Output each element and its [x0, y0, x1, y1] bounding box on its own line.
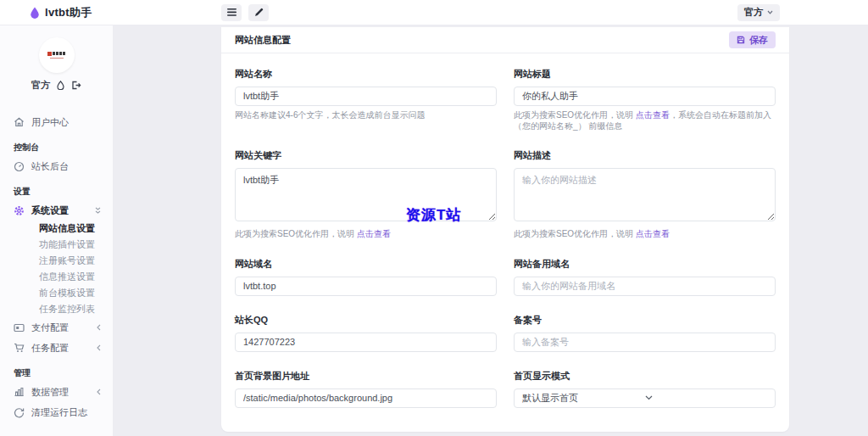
submenu-item-task-monitor[interactable]: 任务监控列表 — [0, 301, 113, 317]
chevron-down-icon — [645, 395, 768, 400]
site-name-input[interactable] — [235, 87, 497, 106]
sidebar-item-label: 清理运行日志 — [31, 406, 101, 419]
submenu-item-register[interactable]: 注册账号设置 — [0, 253, 113, 269]
sidebar-item-task-config[interactable]: 任务配置 — [0, 338, 113, 358]
card-title: 网站信息配置 — [235, 34, 291, 47]
hint-view-link[interactable]: 点击查看 — [636, 110, 670, 120]
field-site-keywords: 网站关键字 lvtbt助手 此项为搜索SEO优化作用，说明 点击查看 — [235, 149, 497, 240]
sidebar-item-label: 数据管理 — [31, 386, 90, 399]
double-chevron-down-icon — [95, 207, 101, 215]
field-label: 网站名称 — [235, 68, 497, 81]
field-label: 首页显示模式 — [514, 370, 776, 383]
sidebar-item-user-center[interactable]: 用户中心 — [0, 112, 113, 132]
field-hint: 此项为搜索SEO优化作用，说明 点击查看，系统会自动在标题前加入 （您的网站名称… — [514, 110, 776, 131]
brand-droplet-icon — [30, 7, 40, 19]
hint-view-link[interactable]: 点击查看 — [636, 229, 670, 238]
field-qq: 站长QQ — [235, 314, 497, 352]
field-label: 网站域名 — [235, 258, 497, 271]
save-button[interactable]: 保存 — [729, 31, 776, 48]
field-bg-image: 首页背景图片地址 — [235, 370, 497, 408]
field-label: 网站描述 — [514, 149, 776, 162]
sidebar-menu: 用户中心 控制台 站长后台 设置 系统设置 网站信息设置 — [0, 112, 113, 422]
sidebar-toggle-button[interactable] — [221, 4, 242, 21]
pencil-icon — [254, 8, 264, 17]
dashboard-icon — [14, 161, 25, 172]
credit-card-icon — [14, 323, 25, 333]
field-hint: 此项为搜索SEO优化作用，说明 点击查看 — [235, 229, 497, 240]
card-header: 网站信息配置 保存 — [221, 27, 789, 53]
logout-icon[interactable] — [71, 81, 81, 90]
field-hint: 网站名称建议4-6个文字，太长会造成前台显示问题 — [235, 110, 497, 121]
submenu-item-plugins[interactable]: 功能插件设置 — [0, 237, 113, 253]
avatar[interactable] — [39, 37, 75, 73]
page: lvtbt助手 官方 — [0, 0, 868, 436]
avatar-logo-subtext — [50, 58, 64, 59]
navbar-right: 官方 — [737, 4, 780, 21]
sidebar-item-webmaster-backend[interactable]: 站长后台 — [0, 156, 113, 176]
field-label: 网站标题 — [514, 68, 776, 81]
sidebar-item-label: 用户中心 — [31, 116, 101, 129]
cart-icon — [14, 343, 25, 353]
site-domain-input[interactable] — [235, 277, 497, 296]
display-mode-value: 默认显示首页 — [522, 392, 645, 405]
sidebar-item-label: 支付配置 — [31, 321, 90, 334]
watermark: 资源T站 — [406, 205, 461, 225]
home-icon — [14, 117, 25, 127]
brand-title: lvtbt助手 — [45, 5, 92, 20]
main-content: 网站信息配置 保存 网站名称 网站名称建议4-6个文字，太长会造成前台显示问 — [113, 25, 868, 436]
chevron-left-icon — [97, 388, 101, 395]
chevron-left-icon — [97, 344, 101, 351]
sidebar-section-manage: 管理 — [0, 366, 113, 380]
submenu-item-push[interactable]: 信息推送设置 — [0, 269, 113, 285]
site-desc-textarea[interactable] — [514, 168, 776, 221]
field-label: 首页背景图片地址 — [235, 370, 497, 383]
user-dropdown-label: 官方 — [744, 6, 763, 19]
field-site-title: 网站标题 此项为搜索SEO优化作用，说明 点击查看，系统会自动在标题前加入 （您… — [514, 68, 776, 131]
droplet-icon[interactable] — [57, 81, 64, 90]
field-hint: 此项为搜索SEO优化作用，说明 点击查看 — [514, 229, 776, 240]
field-label: 网站关键字 — [235, 149, 497, 162]
backup-domain-input[interactable] — [514, 277, 776, 296]
sidebar-item-label: 系统设置 — [31, 204, 88, 217]
field-site-desc: 网站描述 此项为搜索SEO优化作用，说明 点击查看 — [514, 149, 776, 240]
brand: lvtbt助手 — [30, 5, 191, 20]
sidebar-item-payment-config[interactable]: 支付配置 — [0, 317, 113, 338]
user-dropdown-button[interactable]: 官方 — [737, 4, 780, 21]
chevron-down-icon — [767, 10, 773, 14]
system-settings-submenu: 网站信息设置 功能插件设置 注册账号设置 信息推送设置 前台模板设置 任务监控列… — [0, 221, 113, 317]
save-button-label: 保存 — [749, 34, 768, 47]
sidebar-item-system-settings[interactable]: 系统设置 — [0, 200, 113, 221]
field-icp: 备案号 — [514, 314, 776, 352]
field-label: 备案号 — [514, 314, 776, 327]
website-info-card: 网站信息配置 保存 网站名称 网站名称建议4-6个文字，太长会造成前台显示问 — [221, 27, 789, 432]
refresh-icon — [14, 407, 25, 418]
profile-row: 官方 — [0, 79, 113, 92]
qq-input[interactable] — [235, 333, 497, 352]
bar-chart-icon — [14, 387, 25, 397]
hamburger-icon — [227, 8, 236, 16]
chevron-left-icon — [97, 324, 101, 331]
gear-icon — [14, 205, 25, 216]
top-navbar: lvtbt助手 官方 — [0, 0, 868, 25]
icp-input[interactable] — [514, 333, 776, 352]
sidebar-item-clear-logs[interactable]: 清理运行日志 — [0, 402, 113, 422]
field-site-name: 网站名称 网站名称建议4-6个文字，太长会造成前台显示问题 — [235, 68, 497, 131]
sidebar: 官方 用户中心 控制台 站长后台 设置 — [0, 25, 113, 436]
bg-image-input[interactable] — [235, 388, 497, 408]
submenu-item-website-info[interactable]: 网站信息设置 — [0, 221, 113, 237]
sidebar-item-data-manage[interactable]: 数据管理 — [0, 382, 113, 402]
display-mode-select[interactable]: 默认显示首页 — [514, 388, 776, 408]
site-title-input[interactable] — [514, 87, 776, 106]
edit-button[interactable] — [248, 4, 269, 21]
submenu-item-template[interactable]: 前台模板设置 — [0, 285, 113, 301]
sidebar-section-console: 控制台 — [0, 141, 113, 154]
field-label: 站长QQ — [235, 314, 497, 327]
field-display-mode: 首页显示模式 默认显示首页 — [514, 370, 776, 408]
avatar-wrap — [0, 37, 113, 73]
avatar-logo-mark — [47, 52, 65, 56]
hint-view-link[interactable]: 点击查看 — [357, 229, 391, 238]
field-label: 网站备用域名 — [514, 258, 776, 271]
navbar-buttons — [221, 4, 269, 21]
sidebar-item-label: 站长后台 — [31, 160, 101, 173]
field-backup-domain: 网站备用域名 — [514, 258, 776, 296]
